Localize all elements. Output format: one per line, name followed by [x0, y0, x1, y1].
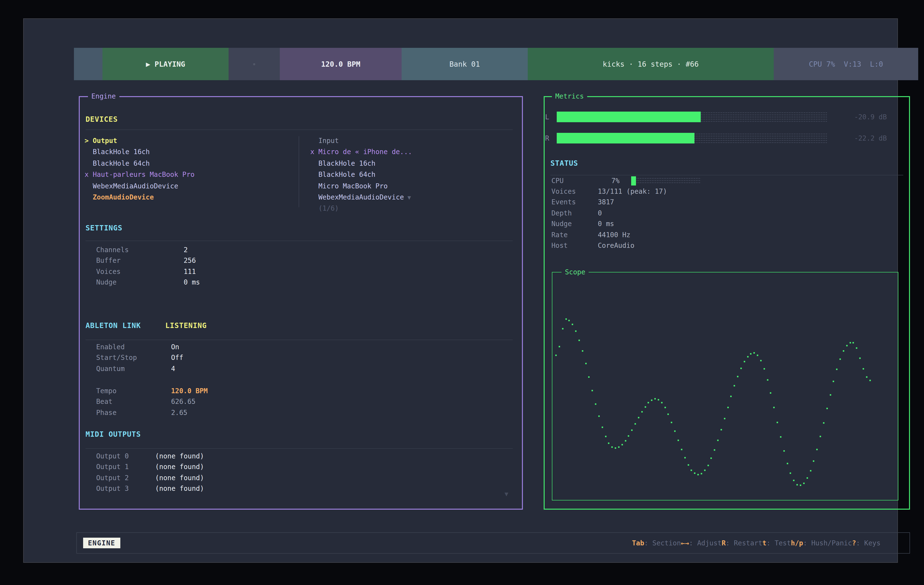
device-row[interactable]: (1/6) [310, 203, 412, 214]
scope-waveform-dot [658, 399, 659, 400]
scope-waveform-dot [800, 484, 801, 486]
scope-waveform-dot [598, 416, 600, 417]
output-device-list: > Output BlackHole 16ch BlackHole 64ch x… [84, 135, 195, 203]
shortcut-hint: Tab: Section [632, 539, 681, 547]
cpu-meter-track [631, 177, 701, 184]
scope-waveform-dot [820, 436, 821, 437]
tempo-row[interactable]: Tempo120.0 BPM [96, 386, 208, 396]
scope-waveform-dot [582, 351, 583, 352]
scope-waveform-dot [721, 429, 722, 431]
setting-row[interactable]: Voices111 [96, 266, 200, 277]
status-header: STATUS [550, 159, 578, 168]
scope-waveform-dot [760, 360, 762, 361]
device-row[interactable]: x Micro de « iPhone de... [310, 147, 412, 158]
accent-swatch-segment [74, 48, 102, 80]
meter-track [557, 133, 828, 143]
tempo-row[interactable]: Phase2.65 [96, 407, 208, 418]
dropdown-arrow-icon[interactable]: ▼ [404, 194, 411, 201]
midi-output-row: Output 0(none found) [96, 451, 204, 461]
scope-waveform-dot [651, 399, 653, 401]
cpu-label: CPU [551, 177, 598, 185]
meter-row: R -22.2 dB [545, 133, 887, 143]
scope-waveform-dot [654, 398, 656, 400]
scope-waveform-dot [767, 379, 768, 381]
scope-waveform-dot [588, 376, 590, 378]
scope-waveform-dot [740, 367, 742, 369]
level-meters: L -20.9 dB R -22.2 dB [545, 112, 887, 154]
setting-row[interactable]: Buffer256 [96, 255, 200, 266]
scope-waveform-dot [833, 381, 834, 382]
divider [86, 241, 513, 241]
scope-waveform-dot [559, 346, 560, 347]
system-stats: CPU 7% V:13 L:0 [774, 48, 918, 80]
scope-waveform-dot [764, 368, 765, 369]
scope-waveform-dot [697, 474, 699, 475]
setting-row[interactable]: Start/StopOff [96, 353, 183, 363]
metrics-panel-title: Metrics [552, 92, 587, 100]
scope-waveform-dot [572, 324, 573, 325]
scope-waveform-dot [664, 407, 666, 408]
scope-waveform-dot [661, 402, 663, 404]
setting-row[interactable]: Channels2 [96, 244, 200, 255]
status-row: HostCoreAudio [551, 240, 667, 251]
column-divider [299, 136, 299, 207]
meter-db-value: -22.2 dB [828, 134, 887, 142]
device-row[interactable]: BlackHole 64ch [84, 158, 195, 169]
scope-waveform-dot [823, 422, 825, 424]
shortcut-hint: ←→: Adjust [681, 539, 722, 547]
shortcut-hint: h/p: Hush/Panic [791, 539, 852, 547]
devices-header: DEVICES [86, 115, 118, 124]
device-row[interactable]: Input [310, 135, 412, 147]
scope-waveform-dot [638, 417, 639, 419]
scope-plot [555, 277, 894, 496]
meter-row: L -20.9 dB [545, 112, 887, 122]
scope-waveform-dot [575, 330, 576, 332]
scope-waveform-dot [579, 339, 580, 341]
device-row[interactable]: > Output [84, 135, 195, 147]
scroll-more-icon[interactable]: ▼ [505, 490, 508, 498]
scope-waveform-dot [754, 353, 755, 354]
scope-waveform-dot [595, 403, 596, 405]
scope-waveform-dot [770, 392, 772, 394]
setting-row[interactable]: Quantum4 [96, 363, 183, 374]
settings-header: SETTINGS [86, 224, 122, 232]
bottom-bar-inner: ENGINE Tab: Section←→: AdjustR: Restartt… [83, 533, 881, 553]
scope-waveform-dot [681, 449, 682, 450]
meter-fill [557, 133, 695, 143]
status-row: Rate44100 Hz [551, 229, 667, 240]
scope-waveform-dot [601, 427, 603, 428]
scope-waveform-dot [849, 342, 851, 343]
midi-outputs-list: Output 0(none found) Output 1(none found… [96, 451, 204, 494]
scope-waveform-dot [711, 458, 712, 459]
scope-waveform-dot [784, 450, 785, 452]
scope-waveform-dot [853, 342, 854, 343]
settings-list: Channels2 Buffer256 Voices111 Nudge0 ms [96, 244, 200, 288]
setting-row[interactable]: EnabledOn [96, 341, 183, 353]
device-row[interactable]: Micro MacBook Pro [310, 180, 412, 192]
device-row[interactable]: BlackHole 16ch [310, 158, 412, 169]
scope-waveform-dot [747, 356, 748, 358]
status-row: Nudge0 ms [551, 218, 667, 229]
scope-waveform-dot [843, 351, 844, 352]
scope-waveform-dot [592, 390, 593, 391]
status-row: Events3817 [551, 197, 667, 208]
divider [86, 129, 513, 130]
scope-waveform-dot [644, 406, 646, 407]
scope-waveform-dot [830, 394, 831, 395]
tempo-row[interactable]: Beat626.65 [96, 396, 208, 407]
device-row[interactable]: x Haut-parleurs MacBook Pro [84, 169, 195, 180]
device-row[interactable]: BlackHole 64ch [310, 169, 412, 180]
device-row[interactable]: BlackHole 16ch [84, 147, 195, 158]
status-row: Depth0 [551, 208, 667, 219]
device-row[interactable]: WebexMediaAudioDevice ▼ [310, 192, 412, 203]
device-row[interactable]: WebexMediaAudioDevice [84, 180, 195, 192]
scope-waveform-dot [790, 473, 791, 474]
app-window: ▶ PLAYING 120.0 BPM Bank 01 kicks · 16 s… [23, 18, 898, 563]
meter-channel-label: R [545, 134, 557, 142]
input-device-list: Input x Micro de « iPhone de... BlackHol… [310, 135, 412, 214]
device-row[interactable]: ZoomAudioDevice [84, 192, 195, 203]
setting-row[interactable]: Nudge0 ms [96, 277, 200, 288]
divider [86, 448, 513, 449]
scope-waveform-dot [813, 460, 815, 462]
app-stage: ▶ PLAYING 120.0 BPM Bank 01 kicks · 16 s… [0, 0, 924, 585]
